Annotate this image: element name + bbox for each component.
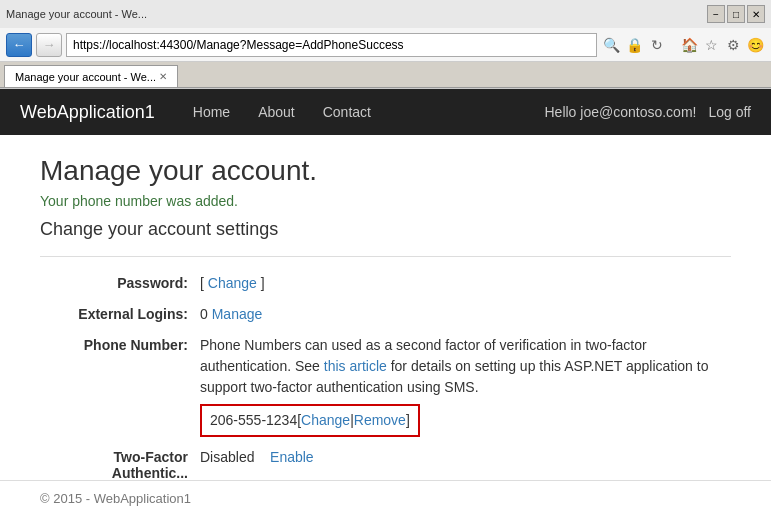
- password-value: [ Change ]: [200, 273, 731, 294]
- tab-bar: Manage your account - We... ✕: [0, 62, 771, 88]
- tools-icon[interactable]: ⚙: [723, 37, 743, 53]
- password-label: Password:: [40, 273, 200, 294]
- password-bracket-close: ]: [257, 275, 265, 291]
- refresh-icon[interactable]: ↻: [647, 37, 667, 53]
- url-input[interactable]: [66, 33, 597, 57]
- success-message: Your phone number was added.: [40, 193, 731, 209]
- forward-button[interactable]: →: [36, 33, 62, 57]
- address-bar: ← → 🔍 🔒 ↻ 🏠 ☆ ⚙ 😊: [0, 28, 771, 62]
- footer: © 2015 - WebApplication1: [0, 480, 771, 516]
- phone-change-link[interactable]: Change: [301, 410, 350, 431]
- app-navbar: WebApplication1 Home About Contact Hello…: [0, 89, 771, 135]
- phone-remove-link[interactable]: Remove: [354, 410, 406, 431]
- tab-close-button[interactable]: ✕: [159, 71, 167, 82]
- phone-number-box: 206-555-1234 [ Change | Remove ]: [200, 404, 420, 437]
- two-factor-enable-link[interactable]: Enable: [270, 449, 314, 465]
- page-title: Manage your account.: [40, 155, 731, 187]
- password-bracket-open: [: [200, 275, 208, 291]
- back-button[interactable]: ←: [6, 33, 32, 57]
- active-tab[interactable]: Manage your account - We... ✕: [4, 65, 178, 87]
- nav-user-greeting: Hello joe@contoso.com!: [544, 104, 696, 120]
- two-factor-row: Two-Factor Authentic... Disabled Enable: [40, 447, 731, 481]
- nav-links: Home About Contact: [179, 90, 385, 134]
- lock-icon: 🔒: [624, 37, 644, 53]
- external-logins-label: External Logins:: [40, 304, 200, 325]
- section-title: Change your account settings: [40, 219, 731, 240]
- password-change-link[interactable]: Change: [208, 275, 257, 291]
- account-form: Password: [ Change ] External Logins: 0 …: [40, 273, 731, 481]
- phone-number-row: Phone Number: Phone Numbers can used as …: [40, 335, 731, 437]
- minimize-button[interactable]: −: [707, 5, 725, 23]
- password-row: Password: [ Change ]: [40, 273, 731, 294]
- app-brand[interactable]: WebApplication1: [20, 102, 155, 123]
- tab-label: Manage your account - We...: [15, 71, 155, 83]
- title-bar: Manage your account - We... − □ ✕: [0, 0, 771, 28]
- main-content: Manage your account. Your phone number w…: [0, 135, 771, 511]
- window-title: Manage your account - We...: [6, 8, 147, 20]
- phone-label: Phone Number:: [40, 335, 200, 437]
- search-icon[interactable]: 🔍: [601, 37, 621, 53]
- emoji-icon: 😊: [745, 37, 765, 53]
- external-logins-manage-link[interactable]: Manage: [212, 306, 263, 322]
- favorites-icon[interactable]: ☆: [701, 37, 721, 53]
- two-factor-status: Disabled: [200, 449, 254, 465]
- phone-value: Phone Numbers can used as a second facto…: [200, 335, 731, 437]
- nav-logoff[interactable]: Log off: [708, 104, 751, 120]
- two-factor-label: Two-Factor Authentic...: [40, 447, 200, 481]
- home-toolbar-icon[interactable]: 🏠: [679, 37, 699, 53]
- nav-home[interactable]: Home: [179, 90, 244, 134]
- two-factor-value: Disabled Enable: [200, 447, 731, 481]
- external-logins-value: 0 Manage: [200, 304, 731, 325]
- phone-number: 206-555-1234: [210, 410, 297, 431]
- footer-text: © 2015 - WebApplication1: [40, 491, 191, 506]
- section-divider: [40, 256, 731, 257]
- restore-button[interactable]: □: [727, 5, 745, 23]
- nav-about[interactable]: About: [244, 90, 309, 134]
- external-logins-row: External Logins: 0 Manage: [40, 304, 731, 325]
- close-button[interactable]: ✕: [747, 5, 765, 23]
- phone-article-link[interactable]: this article: [324, 358, 387, 374]
- phone-close: ]: [406, 410, 410, 431]
- external-logins-count: 0: [200, 306, 212, 322]
- nav-contact[interactable]: Contact: [309, 90, 385, 134]
